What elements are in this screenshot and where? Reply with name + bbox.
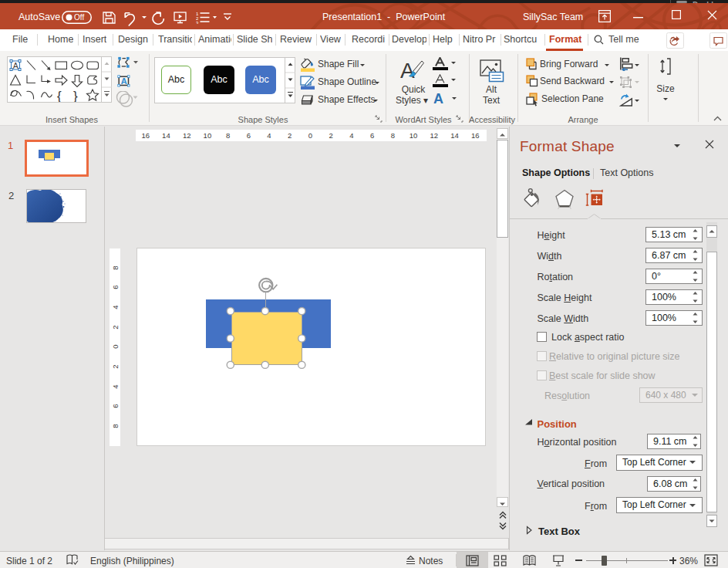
svg-text:A: A: [433, 91, 443, 106]
svg-text:A: A: [400, 59, 415, 83]
svg-text:}: }: [73, 89, 78, 103]
svg-text:A: A: [121, 76, 127, 86]
svg-text:Off: Off: [74, 13, 84, 22]
svg-text:3: 3: [196, 21, 199, 25]
svg-text:A: A: [13, 61, 19, 70]
svg-text:{: {: [57, 89, 62, 103]
